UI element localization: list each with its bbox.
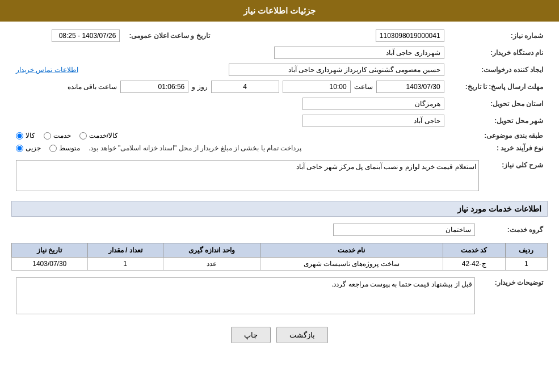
announce-date-label: تاریخ و ساعت اعلان عمومی: [124, 27, 292, 44]
requester-label: ایجاد کننده درخواست: [449, 61, 548, 78]
services-section-title: اطلاعات خدمات مورد نیاز [11, 201, 548, 217]
announce-date-value: 1403/07/26 - 08:25 [52, 29, 120, 42]
contact-link[interactable]: اطلاعات تماس خریدار [16, 66, 78, 74]
page-wrapper: جزئیات اطلاعات نیاز شماره نیاز: 11030980… [0, 0, 559, 392]
deadline-time-label: ساعت [354, 83, 373, 91]
page-header: جزئیات اطلاعات نیاز [0, 0, 559, 22]
buyer-notes-wrapper [16, 277, 475, 316]
purchase-medium-option[interactable]: متوسط [49, 144, 80, 152]
deadline-date: 1403/07/30 [376, 81, 444, 93]
col-header-name: نام خدمت [260, 243, 443, 258]
buyer-org-label: نام دستگاه خریدار: [449, 44, 548, 61]
city-value: حاجی آباد [302, 115, 444, 127]
cell-date: 1403/07/30 [12, 258, 88, 271]
deadline-remaining-label: ساعت باقی مانده [68, 83, 117, 91]
category-radio-group: کالا/خدمت خدمت کالا [16, 132, 444, 140]
col-header-quantity: تعداد / مقدار [87, 243, 163, 258]
description-wrapper [16, 160, 479, 193]
deadline-days: 4 [211, 81, 279, 93]
button-row: بازگشت چاپ [11, 327, 548, 343]
deadline-remaining: 01:06:56 [120, 81, 188, 93]
description-label: شرح کلی نیاز: [484, 158, 548, 195]
category-label: طبقه بندی موضوعی: [449, 129, 548, 142]
description-table: شرح کلی نیاز: [11, 158, 548, 195]
city-label: شهر محل تحویل: [449, 112, 548, 129]
description-textarea [16, 160, 479, 191]
purchase-medium-radio[interactable] [49, 145, 57, 152]
province-label: استان محل تحویل: [449, 95, 548, 112]
cell-quantity: 1 [87, 258, 163, 271]
deadline-days-label: روز و [192, 83, 207, 91]
requester-value: حسین معصومی گشنویثی کاربرداز شهرداری حاج… [229, 64, 444, 76]
need-number-value: 1103098019000041 [376, 29, 444, 42]
col-header-code: کد خدمت [443, 243, 505, 258]
category-service-radio[interactable] [44, 132, 51, 140]
table-row: 1 ج-42-42 ساخت پروژه‌های تاسیسات شهری عد… [12, 258, 548, 271]
cell-row: 1 [505, 258, 547, 271]
services-data-table: ردیف کد خدمت نام خدمت واحد اندازه گیری ت… [11, 243, 548, 271]
col-header-unit: واحد اندازه گیری [163, 243, 260, 258]
purchase-partial-radio[interactable] [16, 145, 23, 152]
category-goods-service-option[interactable]: کالا/خدمت [79, 132, 118, 140]
category-service-option[interactable]: خدمت [44, 132, 71, 140]
cell-code: ج-42-42 [443, 258, 505, 271]
print-button[interactable]: چاپ [231, 327, 271, 343]
main-info-table: شماره نیاز: 1103098019000041 تاریخ و ساع… [11, 27, 548, 154]
purchase-partial-label: جزیی [26, 144, 41, 152]
back-button[interactable]: بازگشت [276, 327, 328, 343]
buyer-notes-table: توضیحات خریدار: [11, 275, 548, 318]
purchase-type-label: نوع فرآیند خرید : [449, 142, 548, 154]
cell-unit: عدد [163, 258, 260, 271]
deadline-time: 10:00 [283, 81, 351, 93]
page-title: جزئیات اطلاعات نیاز [243, 6, 316, 15]
purchase-medium-label: متوسط [59, 144, 80, 152]
cell-name: ساخت پروژه‌های تاسیسات شهری [260, 258, 443, 271]
deadline-row: 1403/07/30 ساعت 10:00 4 روز و 01:06:56 س… [16, 81, 444, 93]
purchase-note: پرداخت تمام یا بخشی از مبلغ خریدار از مح… [89, 144, 301, 152]
deadline-label: مهلت ارسال پاسخ: تا تاریخ: [449, 78, 548, 95]
category-goods-service-label: کالا/خدمت [89, 132, 118, 140]
category-goods-radio[interactable] [16, 132, 23, 140]
province-value: هرمزگان [302, 98, 444, 110]
buyer-org-value: شهرداری حاجی آباد [274, 47, 444, 59]
main-content: شماره نیاز: 1103098019000041 تاریخ و ساع… [0, 22, 559, 355]
purchase-type-group: پرداخت تمام یا بخشی از مبلغ خریدار از مح… [16, 144, 444, 152]
purchase-partial-option[interactable]: جزیی [16, 144, 41, 152]
category-goods-service-radio[interactable] [79, 132, 87, 140]
service-group-value: ساختمان [333, 224, 475, 236]
category-service-label: خدمت [53, 132, 71, 140]
buyer-notes-textarea [16, 277, 475, 314]
category-goods-label: کالا [26, 132, 35, 140]
col-header-row: ردیف [505, 243, 547, 258]
category-goods-option[interactable]: کالا [16, 132, 35, 140]
service-group-label: گروه خدمت: [480, 221, 548, 238]
col-header-date: تاریخ نیاز [12, 243, 88, 258]
service-group-table: گروه خدمت: ساختمان [11, 221, 548, 238]
buyer-notes-label: توضیحات خریدار: [480, 275, 548, 318]
need-number-label: شماره نیاز: [449, 27, 548, 44]
